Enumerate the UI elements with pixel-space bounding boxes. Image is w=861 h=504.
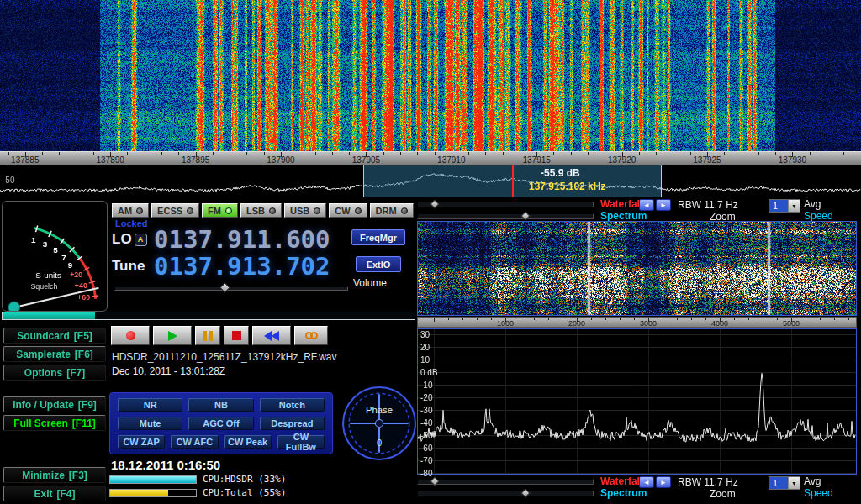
- dsp-button-nr[interactable]: NR: [118, 398, 182, 412]
- scale-tick: [315, 152, 316, 155]
- menu-button-fkey: [F6]: [75, 349, 93, 360]
- dsp-button-nb[interactable]: NB: [188, 398, 253, 412]
- freqmgr-button[interactable]: FreqMgr: [351, 229, 405, 245]
- dsp-button-notch[interactable]: Notch: [260, 398, 325, 412]
- smeter-scale-label: 7: [61, 253, 66, 262]
- recording-filename: HDSDR_20111210_125611Z_137912kHz_RF.wav: [112, 351, 337, 363]
- waterfall-scroll-buttons: ◄►: [639, 199, 671, 211]
- waterfall-slider-thumb[interactable]: [430, 199, 439, 208]
- scale-tick: [127, 152, 128, 155]
- scale-tick: [810, 152, 811, 155]
- scale-tick: [485, 152, 486, 155]
- dsp-button-mute[interactable]: Mute: [118, 417, 182, 430]
- speed-select[interactable]: 1▼: [769, 199, 800, 213]
- waterfall-adjust-slider[interactable]: [417, 479, 594, 485]
- pause-button[interactable]: [195, 326, 220, 345]
- wf-scale-label: 1000: [497, 319, 514, 328]
- mode-button-ecss[interactable]: ECSS: [151, 203, 199, 218]
- volume-slider[interactable]: [114, 284, 348, 293]
- dsp-button-agc-off[interactable]: AGC Off: [188, 417, 253, 430]
- waterfall-slider-thumb[interactable]: [430, 476, 439, 486]
- scroll-left-button[interactable]: ◄: [639, 199, 654, 211]
- lo-lock-badge[interactable]: A: [135, 234, 147, 246]
- menu-button-fkey: [F3]: [69, 470, 87, 481]
- menu-button-options[interactable]: Options[F7]: [3, 365, 106, 381]
- dsp-row: NRNBNotch: [118, 398, 325, 412]
- dsp-button-despread[interactable]: Despread: [260, 417, 325, 430]
- scroll-right-button[interactable]: ►: [656, 476, 671, 488]
- mode-label: DRM: [376, 206, 397, 216]
- cpu-meters: CPU:HDSDR (33%) CPU:Total (55%): [109, 474, 286, 498]
- mode-button-cw[interactable]: CW: [329, 203, 367, 218]
- dropdown-arrow-icon[interactable]: ▼: [788, 200, 800, 212]
- loop-button[interactable]: [294, 326, 328, 345]
- scale-tick: [571, 152, 572, 155]
- mode-led-icon: [269, 207, 276, 214]
- wf-scale-label: 3000: [640, 319, 657, 328]
- scale-tick: [691, 318, 692, 320]
- spectrum-slider-thumb[interactable]: [520, 488, 530, 497]
- overview-spectrum[interactable]: -50 -55.9 dB 137.915.102 kHz: [0, 165, 861, 197]
- squelch-knob[interactable]: [8, 302, 20, 311]
- avg-label: Avg: [804, 475, 821, 487]
- scale-tick: [520, 318, 520, 320]
- tune-frequency-value[interactable]: 0137.913.702: [154, 252, 330, 281]
- db-tick-label: 10: [420, 355, 430, 365]
- spectrum-adjust-slider[interactable]: [417, 213, 594, 219]
- rewind-button[interactable]: [252, 326, 291, 345]
- spectrum-adjust-slider[interactable]: [417, 491, 594, 496]
- record-button[interactable]: [111, 326, 150, 345]
- mode-button-am[interactable]: AM: [112, 203, 149, 218]
- volume-thumb[interactable]: [219, 282, 230, 293]
- smeter-scale-label: 5: [53, 245, 58, 255]
- mode-button-lsb[interactable]: LSB: [240, 203, 282, 218]
- mode-button-fm[interactable]: FM: [202, 203, 238, 218]
- waterfall-scroll-buttons: ◄►: [639, 476, 671, 488]
- extio-button[interactable]: ExtIO: [356, 256, 401, 272]
- dropdown-arrow-icon[interactable]: ▼: [788, 477, 800, 489]
- play-button[interactable]: [153, 326, 192, 345]
- smeter-squelch-label: Squelch: [30, 282, 57, 291]
- wf-scale-label: 4000: [711, 319, 728, 328]
- phase-center-dot: [375, 419, 383, 427]
- freq-tick-label: 137930: [779, 155, 806, 165]
- menu-button-exit[interactable]: Exit[F4]: [3, 486, 106, 501]
- dsp-button-cw-fullbw[interactable]: CW FullBw: [277, 435, 325, 449]
- speed-select[interactable]: 1▼: [769, 476, 800, 490]
- phase-value: 0: [377, 438, 382, 448]
- spectrum-slider-thumb[interactable]: [520, 211, 530, 220]
- mode-led-icon: [187, 207, 193, 214]
- scale-tick: [349, 152, 350, 155]
- menu-button-samplerate[interactable]: Samplerate[F6]: [3, 346, 106, 362]
- scale-tick: [605, 318, 606, 320]
- menu-button-info-update[interactable]: Info / Update[F9]: [3, 396, 106, 412]
- menu-button-fkey: [F7]: [66, 367, 85, 379]
- audio-spectrum-display[interactable]: 3020100 dB-10-20-30-40-50-60-70-80: [417, 328, 857, 475]
- avg-label: Avg: [804, 198, 821, 210]
- main-waterfall-display[interactable]: [0, 0, 861, 151]
- stop-button[interactable]: [224, 326, 249, 345]
- scale-tick: [77, 152, 77, 155]
- menu-button-fkey: [F4]: [57, 488, 76, 500]
- mode-button-drm[interactable]: DRM: [370, 203, 414, 218]
- scale-tick: [827, 152, 827, 155]
- dsp-button-cw-afc[interactable]: CW AFC: [171, 435, 218, 449]
- scale-tick: [777, 318, 778, 320]
- lo-frequency-value[interactable]: 0137.911.600: [154, 225, 330, 254]
- menu-button-minimize[interactable]: Minimize[F3]: [3, 467, 106, 483]
- squelch-level-slider[interactable]: [2, 312, 415, 320]
- dsp-button-cw-zap[interactable]: CW ZAP: [118, 435, 165, 449]
- waterfall-adjust-slider[interactable]: [417, 202, 594, 207]
- db-tick-label: -20: [420, 393, 432, 402]
- scale-tick: [417, 152, 418, 155]
- scroll-left-button[interactable]: ◄: [639, 476, 654, 488]
- menu-button-full-screen[interactable]: Full Screen[F11]: [3, 415, 106, 431]
- dsp-button-cw-peak[interactable]: CW Peak: [224, 435, 272, 449]
- frequency-scale[interactable]: 1378851378901378951379001379051379101379…: [0, 151, 861, 165]
- scroll-right-button[interactable]: ►: [656, 199, 671, 211]
- mode-button-usb[interactable]: USB: [284, 203, 326, 218]
- scale-tick: [673, 152, 673, 155]
- zoom-waterfall-display[interactable]: [417, 221, 857, 316]
- menu-button-soundcard[interactable]: Soundcard[F5]: [3, 328, 106, 344]
- scale-tick: [742, 152, 742, 155]
